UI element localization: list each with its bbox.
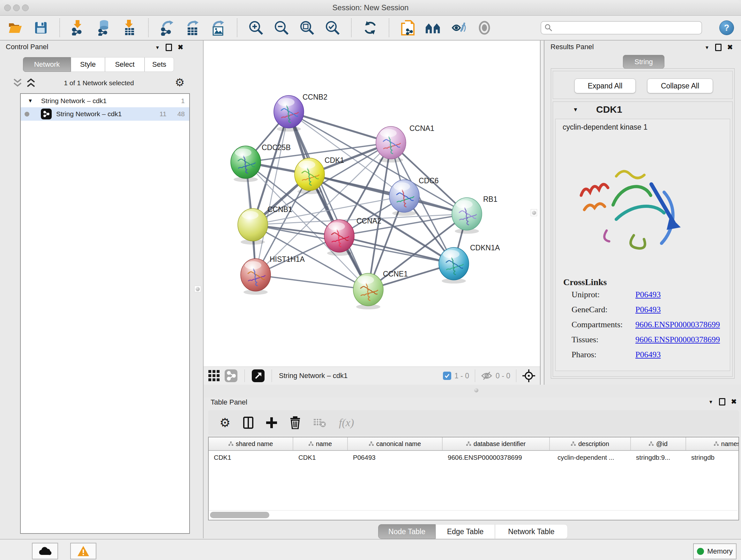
cell-name[interactable]: CDK1 — [293, 454, 348, 461]
string-app-icon[interactable] — [425, 19, 442, 36]
table-settings-gear-icon[interactable]: ⚙ — [219, 416, 230, 430]
eye-icon[interactable] — [476, 19, 493, 36]
node-CDKN1A[interactable] — [439, 247, 469, 280]
node-CCNA1[interactable] — [376, 126, 406, 159]
cell-namespace[interactable]: stringdb — [686, 454, 739, 461]
cell-canonical-name[interactable]: P06493 — [348, 454, 443, 461]
horizontal-splitter[interactable] — [204, 385, 741, 397]
zoom-selected-icon[interactable] — [324, 19, 341, 36]
cell-id[interactable]: stringdb:9... — [631, 454, 686, 461]
edge-CCNB2-CCNA1[interactable] — [289, 112, 391, 143]
maximize-panel-icon[interactable] — [165, 44, 172, 51]
close-panel-icon[interactable]: ✖ — [178, 44, 184, 51]
crosslink-value-link[interactable]: 9606.ENSP00000378699 — [635, 335, 720, 345]
collapse-all-button[interactable]: Collapse All — [647, 78, 713, 93]
close-panel-icon[interactable]: ✖ — [731, 398, 737, 406]
add-column-icon[interactable] — [266, 417, 277, 428]
copy-network-icon[interactable] — [400, 19, 416, 36]
maximize-panel-icon[interactable] — [719, 398, 725, 406]
node-CCNB2[interactable] — [274, 96, 304, 128]
maximize-panel-icon[interactable] — [715, 44, 722, 51]
string-network-graph[interactable]: CCNB2CCNA1CDC25BCDK1CDC6RB1CCNB1CCNA2CDK… — [204, 41, 540, 367]
node-RB1[interactable] — [452, 198, 482, 230]
memory-button[interactable]: Memory — [693, 543, 737, 559]
cell-database-identifier[interactable]: 9606.ENSP00000378699 — [443, 454, 550, 461]
float-panel-icon[interactable]: ▼ — [709, 399, 713, 405]
column-header[interactable]: name — [293, 437, 348, 450]
tab-sets[interactable]: Sets — [145, 57, 174, 72]
tab-style[interactable]: Style — [71, 57, 105, 72]
column-header[interactable]: @id — [631, 437, 686, 450]
node-CDC6[interactable] — [389, 180, 419, 212]
tab-string[interactable]: String — [623, 55, 664, 69]
collection-expand-icon[interactable]: ▼ — [28, 98, 33, 104]
column-header[interactable]: canonical name — [348, 437, 443, 450]
cloud-status-button[interactable] — [32, 543, 58, 559]
float-panel-icon[interactable]: ▼ — [155, 45, 160, 50]
delete-table-icon[interactable] — [313, 418, 326, 428]
edge-CCNB2-HIST1H1A[interactable] — [256, 112, 289, 275]
column-header[interactable]: shared name — [209, 437, 293, 450]
network-collection-row[interactable]: ▼ String Network – cdk1 1 — [21, 94, 189, 107]
horizontal-splitter-handle[interactable] — [474, 388, 478, 392]
scrollbar-thumb[interactable] — [210, 512, 269, 518]
eye-slash-icon[interactable] — [451, 19, 467, 36]
zoom-in-icon[interactable] — [248, 19, 264, 36]
close-panel-icon[interactable]: ✖ — [727, 44, 733, 51]
node-CDK1[interactable] — [294, 158, 325, 191]
import-table-icon[interactable] — [121, 19, 138, 36]
gene-section-collapse-icon[interactable]: ▼ — [573, 107, 578, 113]
crosslink-value-link[interactable]: P06493 — [635, 305, 661, 314]
expand-all-button[interactable]: Expand All — [575, 78, 636, 93]
right-splitter-handle[interactable] — [531, 209, 537, 216]
column-header[interactable]: namespace — [686, 437, 739, 450]
network-canvas[interactable]: CCNB2CCNA1CDC25BCDK1CDC6RB1CCNB1CCNA2CDK… — [204, 41, 540, 367]
search-input[interactable] — [541, 21, 702, 35]
column-header[interactable]: description — [550, 437, 631, 450]
refresh-icon[interactable] — [362, 19, 379, 36]
table-horizontal-scrollbar[interactable] — [209, 510, 738, 519]
edge-HIST1H1A-CCNE1[interactable] — [256, 275, 368, 290]
vertical-splitter[interactable] — [540, 41, 544, 385]
crosslink-value-link[interactable]: P06493 — [635, 290, 661, 300]
selected-checkbox-icon[interactable] — [443, 372, 451, 380]
network-options-gear-icon[interactable]: ⚙ — [175, 76, 185, 89]
warning-status-button[interactable] — [70, 543, 96, 559]
node-CCNE1[interactable] — [353, 273, 383, 306]
column-header[interactable]: database identifier — [443, 437, 550, 450]
node-CDC25B[interactable] — [231, 146, 261, 179]
node-HIST1H1A[interactable] — [241, 259, 271, 291]
export-network-icon[interactable] — [159, 19, 176, 36]
birdseye-view-icon[interactable] — [252, 369, 265, 382]
network-row[interactable]: String Network – cdk1 11 48 — [21, 107, 189, 121]
edge-CDK1-RB1[interactable] — [310, 174, 467, 214]
float-panel-icon[interactable]: ▼ — [704, 45, 710, 50]
grid-view-icon[interactable] — [208, 370, 220, 382]
network-share-view-icon[interactable] — [225, 369, 238, 382]
save-session-icon[interactable] — [32, 19, 49, 36]
open-session-icon[interactable] — [7, 19, 23, 36]
crosslink-value-link[interactable]: P06493 — [635, 350, 661, 360]
show-columns-icon[interactable] — [243, 417, 253, 429]
import-network-database-icon[interactable] — [96, 19, 112, 36]
cell-description[interactable]: cyclin-dependent ... — [550, 454, 631, 461]
cell-shared-name[interactable]: CDK1 — [209, 454, 293, 461]
crosshair-icon[interactable] — [522, 369, 536, 382]
delete-column-icon[interactable] — [290, 416, 300, 429]
export-image-icon[interactable] — [210, 19, 226, 36]
zoom-fit-icon[interactable] — [299, 19, 315, 36]
crosslink-value-link[interactable]: 9606.ENSP00000378699 — [635, 320, 720, 329]
zoom-out-icon[interactable] — [273, 19, 290, 36]
tab-network-table[interactable]: Network Table — [495, 524, 568, 539]
import-network-file-icon[interactable] — [70, 19, 87, 36]
collapse-all-networks-icon[interactable] — [25, 78, 37, 88]
table-row[interactable]: CDK1 CDK1 P06493 9606.ENSP00000378699 cy… — [209, 451, 738, 464]
tab-select[interactable]: Select — [105, 57, 145, 72]
expand-all-networks-icon[interactable] — [12, 78, 23, 88]
node-CCNA2[interactable] — [324, 220, 354, 252]
tab-network[interactable]: Network — [23, 57, 71, 72]
left-splitter-handle[interactable] — [194, 286, 201, 292]
node-CCNB1[interactable] — [238, 208, 268, 241]
tab-edge-table[interactable]: Edge Table — [435, 524, 495, 539]
tab-node-table[interactable]: Node Table — [378, 524, 435, 539]
